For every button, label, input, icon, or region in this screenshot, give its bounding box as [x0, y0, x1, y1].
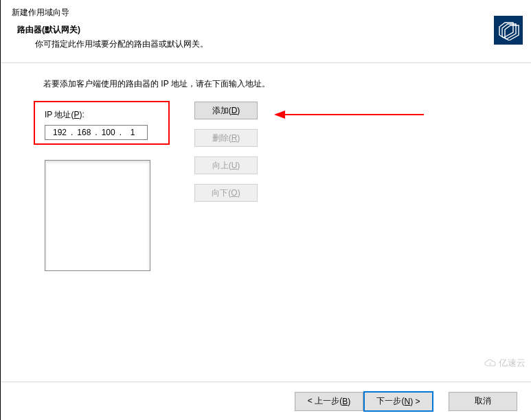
- back-mnemonic: B: [342, 397, 348, 406]
- up-mnemonic: U: [231, 161, 238, 170]
- next-mnemonic: N: [404, 397, 410, 406]
- add-mnemonic: D: [231, 106, 238, 115]
- watermark-text: 亿速云: [499, 357, 526, 369]
- header-description: 你可指定此作用域要分配的路由器或默认网关。: [17, 36, 531, 50]
- ip-octet-3[interactable]: 100: [99, 128, 118, 137]
- up-label-prefix: 向上(: [212, 160, 231, 172]
- ip-label-prefix: IP 地址(: [45, 110, 74, 119]
- folders-icon: [494, 16, 523, 45]
- ip-octet-2[interactable]: 168: [74, 128, 93, 137]
- ip-dot: .: [69, 128, 74, 137]
- ip-octet-1[interactable]: 192: [50, 128, 69, 137]
- add-label-prefix: 添加(: [212, 105, 231, 117]
- del-label-suffix: ): [237, 133, 240, 143]
- window-title: 新建作用域向导: [1, 0, 531, 19]
- down-label-prefix: 向下(: [212, 187, 231, 199]
- next-suffix: ) >: [410, 397, 420, 406]
- back-suffix: ): [348, 397, 350, 406]
- wizard-window: 新建作用域向导 路由器(默认网关) 你可指定此作用域要分配的路由器或默认网关。 …: [0, 0, 531, 420]
- header-title: 路由器(默认网关): [17, 24, 531, 36]
- ip-dot: .: [93, 128, 98, 137]
- ip-dot: .: [118, 128, 123, 137]
- cloud-icon: δ: [484, 359, 497, 367]
- instruction-text: 若要添加客户端使用的路由器的 IP 地址，请在下面输入地址。: [43, 78, 531, 90]
- add-label-suffix: ): [237, 106, 240, 115]
- svg-text:δ: δ: [489, 362, 492, 366]
- up-label-suffix: ): [237, 161, 240, 170]
- ip-octet-4[interactable]: 1: [123, 128, 142, 137]
- delete-button: 删除(R): [194, 129, 258, 147]
- ip-address-input[interactable]: 192 . 168 . 100 . 1: [45, 125, 148, 140]
- back-prefix: < 上一步(: [308, 395, 342, 407]
- gateway-listbox[interactable]: [45, 160, 150, 271]
- del-label-prefix: 删除(: [212, 132, 231, 144]
- move-down-button: 向下(O): [194, 184, 258, 202]
- cancel-button[interactable]: 取消: [449, 392, 517, 411]
- move-up-button: 向上(U): [194, 156, 258, 174]
- wizard-footer: < 上一步(B) 下一步(N) > 取消: [1, 382, 531, 420]
- next-prefix: 下一步(: [376, 395, 404, 407]
- del-mnemonic: R: [231, 133, 238, 143]
- down-mnemonic: O: [231, 188, 237, 198]
- ip-address-group: IP 地址(P): 192 . 168 . 100 . 1: [43, 109, 531, 140]
- back-button[interactable]: < 上一步(B): [295, 392, 363, 411]
- add-button[interactable]: 添加(D): [194, 102, 258, 119]
- ip-label: IP 地址(P):: [45, 109, 531, 121]
- ip-label-suffix: ):: [79, 110, 84, 119]
- next-button[interactable]: 下一步(N) >: [363, 391, 433, 412]
- wizard-header: 路由器(默认网关) 你可指定此作用域要分配的路由器或默认网关。: [1, 19, 531, 62]
- action-buttons: 添加(D) 删除(R) 向上(U) 向下(O): [194, 102, 258, 202]
- watermark: δ 亿速云: [484, 357, 526, 369]
- down-label-suffix: ): [238, 188, 240, 198]
